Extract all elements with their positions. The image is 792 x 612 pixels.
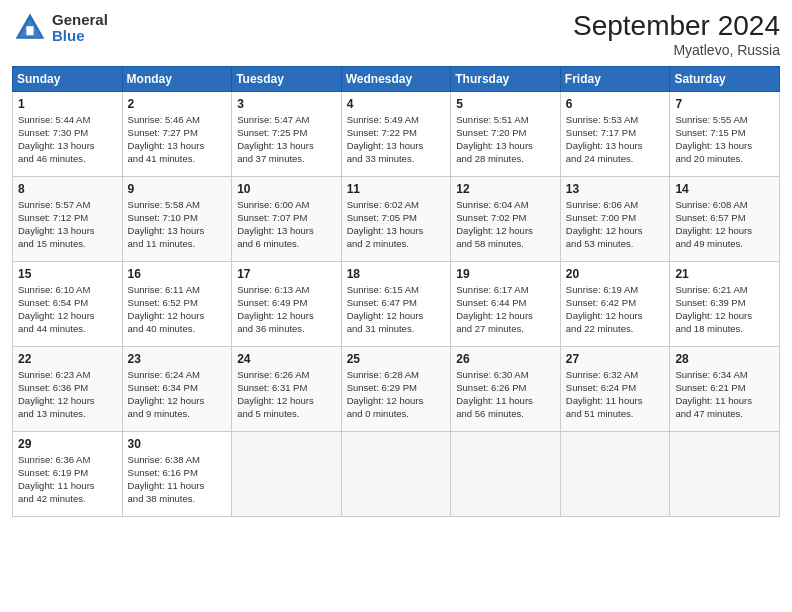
day-number: 2 (128, 96, 227, 112)
calendar-day-cell: 19Sunrise: 6:17 AM Sunset: 6:44 PM Dayli… (451, 262, 561, 347)
calendar-day-cell: 3Sunrise: 5:47 AM Sunset: 7:25 PM Daylig… (232, 92, 342, 177)
day-info: Sunrise: 6:28 AM Sunset: 6:29 PM Dayligh… (347, 369, 446, 420)
day-info: Sunrise: 6:00 AM Sunset: 7:07 PM Dayligh… (237, 199, 336, 250)
weekday-header: Saturday (670, 67, 780, 92)
calendar-day-cell: 18Sunrise: 6:15 AM Sunset: 6:47 PM Dayli… (341, 262, 451, 347)
day-number: 8 (18, 181, 117, 197)
calendar-day-cell: 14Sunrise: 6:08 AM Sunset: 6:57 PM Dayli… (670, 177, 780, 262)
day-number: 24 (237, 351, 336, 367)
calendar-day-cell: 26Sunrise: 6:30 AM Sunset: 6:26 PM Dayli… (451, 347, 561, 432)
day-info: Sunrise: 5:46 AM Sunset: 7:27 PM Dayligh… (128, 114, 227, 165)
day-number: 4 (347, 96, 446, 112)
day-info: Sunrise: 6:06 AM Sunset: 7:00 PM Dayligh… (566, 199, 665, 250)
empty-cell (560, 432, 670, 517)
day-info: Sunrise: 5:51 AM Sunset: 7:20 PM Dayligh… (456, 114, 555, 165)
calendar-day-cell: 8Sunrise: 5:57 AM Sunset: 7:12 PM Daylig… (13, 177, 123, 262)
calendar-week-row: 15Sunrise: 6:10 AM Sunset: 6:54 PM Dayli… (13, 262, 780, 347)
day-number: 22 (18, 351, 117, 367)
day-number: 15 (18, 266, 117, 282)
day-info: Sunrise: 5:53 AM Sunset: 7:17 PM Dayligh… (566, 114, 665, 165)
calendar-day-cell: 7Sunrise: 5:55 AM Sunset: 7:15 PM Daylig… (670, 92, 780, 177)
weekday-header: Wednesday (341, 67, 451, 92)
calendar-day-cell: 4Sunrise: 5:49 AM Sunset: 7:22 PM Daylig… (341, 92, 451, 177)
day-info: Sunrise: 6:32 AM Sunset: 6:24 PM Dayligh… (566, 369, 665, 420)
day-number: 13 (566, 181, 665, 197)
day-info: Sunrise: 6:34 AM Sunset: 6:21 PM Dayligh… (675, 369, 774, 420)
logo-text: General Blue (52, 12, 108, 45)
day-info: Sunrise: 6:02 AM Sunset: 7:05 PM Dayligh… (347, 199, 446, 250)
calendar-day-cell: 10Sunrise: 6:00 AM Sunset: 7:07 PM Dayli… (232, 177, 342, 262)
calendar-day-cell: 27Sunrise: 6:32 AM Sunset: 6:24 PM Dayli… (560, 347, 670, 432)
page-header: General Blue September 2024 Myatlevo, Ru… (12, 10, 780, 58)
day-info: Sunrise: 6:24 AM Sunset: 6:34 PM Dayligh… (128, 369, 227, 420)
day-info: Sunrise: 5:49 AM Sunset: 7:22 PM Dayligh… (347, 114, 446, 165)
calendar-day-cell: 16Sunrise: 6:11 AM Sunset: 6:52 PM Dayli… (122, 262, 232, 347)
day-info: Sunrise: 6:04 AM Sunset: 7:02 PM Dayligh… (456, 199, 555, 250)
day-number: 9 (128, 181, 227, 197)
day-info: Sunrise: 6:21 AM Sunset: 6:39 PM Dayligh… (675, 284, 774, 335)
empty-cell (451, 432, 561, 517)
logo-icon (12, 10, 48, 46)
day-number: 20 (566, 266, 665, 282)
calendar-day-cell: 15Sunrise: 6:10 AM Sunset: 6:54 PM Dayli… (13, 262, 123, 347)
day-number: 1 (18, 96, 117, 112)
calendar-week-row: 29Sunrise: 6:36 AM Sunset: 6:19 PM Dayli… (13, 432, 780, 517)
day-number: 30 (128, 436, 227, 452)
day-number: 10 (237, 181, 336, 197)
day-number: 18 (347, 266, 446, 282)
day-info: Sunrise: 6:38 AM Sunset: 6:16 PM Dayligh… (128, 454, 227, 505)
calendar-day-cell: 28Sunrise: 6:34 AM Sunset: 6:21 PM Dayli… (670, 347, 780, 432)
calendar-day-cell: 22Sunrise: 6:23 AM Sunset: 6:36 PM Dayli… (13, 347, 123, 432)
calendar-week-row: 22Sunrise: 6:23 AM Sunset: 6:36 PM Dayli… (13, 347, 780, 432)
calendar-page: General Blue September 2024 Myatlevo, Ru… (0, 0, 792, 612)
calendar-day-cell: 13Sunrise: 6:06 AM Sunset: 7:00 PM Dayli… (560, 177, 670, 262)
day-info: Sunrise: 6:36 AM Sunset: 6:19 PM Dayligh… (18, 454, 117, 505)
day-info: Sunrise: 6:10 AM Sunset: 6:54 PM Dayligh… (18, 284, 117, 335)
weekday-header: Friday (560, 67, 670, 92)
location: Myatlevo, Russia (573, 42, 780, 58)
day-info: Sunrise: 5:57 AM Sunset: 7:12 PM Dayligh… (18, 199, 117, 250)
day-number: 26 (456, 351, 555, 367)
day-info: Sunrise: 6:08 AM Sunset: 6:57 PM Dayligh… (675, 199, 774, 250)
day-number: 28 (675, 351, 774, 367)
day-info: Sunrise: 6:13 AM Sunset: 6:49 PM Dayligh… (237, 284, 336, 335)
day-number: 25 (347, 351, 446, 367)
empty-cell (232, 432, 342, 517)
calendar-day-cell: 30Sunrise: 6:38 AM Sunset: 6:16 PM Dayli… (122, 432, 232, 517)
month-title: September 2024 (573, 10, 780, 42)
calendar-day-cell: 5Sunrise: 5:51 AM Sunset: 7:20 PM Daylig… (451, 92, 561, 177)
calendar-day-cell: 12Sunrise: 6:04 AM Sunset: 7:02 PM Dayli… (451, 177, 561, 262)
weekday-header: Thursday (451, 67, 561, 92)
day-info: Sunrise: 5:44 AM Sunset: 7:30 PM Dayligh… (18, 114, 117, 165)
day-number: 29 (18, 436, 117, 452)
calendar-day-cell: 11Sunrise: 6:02 AM Sunset: 7:05 PM Dayli… (341, 177, 451, 262)
day-info: Sunrise: 6:19 AM Sunset: 6:42 PM Dayligh… (566, 284, 665, 335)
calendar-week-row: 8Sunrise: 5:57 AM Sunset: 7:12 PM Daylig… (13, 177, 780, 262)
day-number: 21 (675, 266, 774, 282)
day-info: Sunrise: 5:58 AM Sunset: 7:10 PM Dayligh… (128, 199, 227, 250)
empty-cell (341, 432, 451, 517)
day-number: 23 (128, 351, 227, 367)
day-number: 27 (566, 351, 665, 367)
day-number: 17 (237, 266, 336, 282)
weekday-header: Tuesday (232, 67, 342, 92)
svg-rect-2 (26, 26, 33, 35)
day-info: Sunrise: 6:17 AM Sunset: 6:44 PM Dayligh… (456, 284, 555, 335)
weekday-header: Monday (122, 67, 232, 92)
day-info: Sunrise: 5:55 AM Sunset: 7:15 PM Dayligh… (675, 114, 774, 165)
logo-blue: Blue (52, 28, 108, 45)
calendar-day-cell: 21Sunrise: 6:21 AM Sunset: 6:39 PM Dayli… (670, 262, 780, 347)
day-number: 5 (456, 96, 555, 112)
logo-general: General (52, 12, 108, 29)
logo: General Blue (12, 10, 108, 46)
day-info: Sunrise: 6:26 AM Sunset: 6:31 PM Dayligh… (237, 369, 336, 420)
day-number: 19 (456, 266, 555, 282)
calendar-day-cell: 9Sunrise: 5:58 AM Sunset: 7:10 PM Daylig… (122, 177, 232, 262)
day-number: 7 (675, 96, 774, 112)
day-info: Sunrise: 6:11 AM Sunset: 6:52 PM Dayligh… (128, 284, 227, 335)
calendar-day-cell: 25Sunrise: 6:28 AM Sunset: 6:29 PM Dayli… (341, 347, 451, 432)
title-block: September 2024 Myatlevo, Russia (573, 10, 780, 58)
day-info: Sunrise: 6:30 AM Sunset: 6:26 PM Dayligh… (456, 369, 555, 420)
calendar-day-cell: 29Sunrise: 6:36 AM Sunset: 6:19 PM Dayli… (13, 432, 123, 517)
day-number: 14 (675, 181, 774, 197)
